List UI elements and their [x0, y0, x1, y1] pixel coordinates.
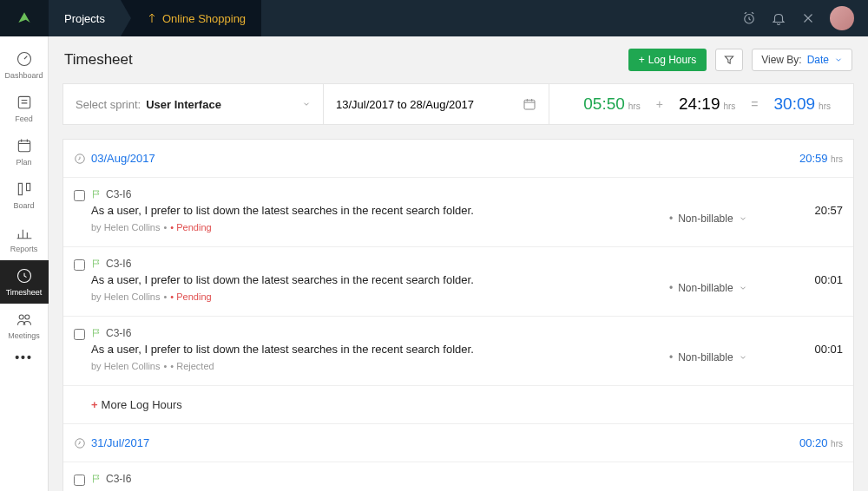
- entry-hours: 00:20: [791, 473, 843, 491]
- entry-checkbox-cell: [74, 473, 91, 491]
- billing-dropdown[interactable]: Non-billable: [669, 327, 791, 371]
- plus-operator: +: [651, 97, 668, 111]
- log-hours-button[interactable]: + Log Hours: [628, 49, 707, 71]
- entry-checkbox[interactable]: [74, 190, 85, 201]
- sprint-selector[interactable]: Select sprint: User Interface: [63, 84, 324, 124]
- viewby-value: Date: [807, 54, 829, 66]
- group-sum: 20:59 hrs: [799, 152, 843, 165]
- sidebar-item-label: Dashboard: [4, 71, 43, 80]
- meetings-icon: [16, 311, 33, 328]
- sprint-label: Select sprint:: [76, 98, 141, 111]
- date-range-selector[interactable]: 13/Jul/2017 to 28/Aug/2017: [324, 84, 549, 124]
- chevron-down-icon: [739, 284, 747, 292]
- topbar: Projects Online Shopping: [0, 0, 868, 36]
- other-time: 24:19 hrs: [668, 95, 746, 114]
- entry-checkbox-cell: [74, 188, 91, 232]
- item-id[interactable]: C3-I6: [106, 188, 131, 200]
- sidebar-item-label: Meetings: [8, 331, 40, 340]
- projects-tab[interactable]: Projects: [49, 0, 121, 36]
- svg-rect-2: [18, 96, 30, 108]
- project-icon: [147, 13, 157, 23]
- svg-rect-4: [18, 183, 22, 194]
- entry-checkbox-cell: [74, 258, 91, 302]
- sidebar-item-label: Timesheet: [6, 288, 43, 297]
- status-text: • Rejected: [170, 361, 214, 371]
- entry-hours: 00:01: [791, 327, 843, 371]
- time-value: 30:09: [774, 95, 816, 114]
- date-group-header[interactable]: 31/Jul/201700:20 hrs: [63, 424, 853, 462]
- board-icon: [16, 180, 33, 198]
- item-id[interactable]: C3-I6: [106, 473, 131, 485]
- sidebar-item-plan[interactable]: Plan: [0, 130, 49, 173]
- flag-icon: [91, 189, 102, 200]
- clock-icon: [74, 437, 86, 449]
- log-entry: C3-I6As a user, I prefer to list down th…: [63, 317, 853, 386]
- main-content: Timesheet + Log Hours View By: Date Sele…: [49, 36, 868, 491]
- bell-icon[interactable]: [771, 10, 786, 26]
- plus-icon: +: [639, 54, 645, 66]
- flag-icon: [91, 328, 102, 338]
- entry-checkbox[interactable]: [74, 259, 85, 271]
- logged-time: 05:50 hrs: [573, 95, 650, 114]
- hrs-label: hrs: [628, 101, 641, 111]
- svg-rect-5: [26, 183, 30, 190]
- sidebar-more[interactable]: •••: [15, 350, 33, 364]
- entry-hours: 20:57: [791, 188, 843, 232]
- avatar[interactable]: [830, 6, 854, 30]
- status-text: • Pending: [170, 222, 211, 232]
- item-desc: As a user, I prefer to list down the lat…: [91, 204, 669, 217]
- author-text: by Helen Collins: [91, 291, 160, 302]
- log-entry: C3-I6As a user, I prefer to list down th…: [63, 178, 853, 247]
- log-entry: C3-I6As a user, I prefer to list down th…: [63, 462, 853, 491]
- breadcrumb-project[interactable]: Online Shopping: [121, 0, 261, 36]
- entry-hours: 00:01: [791, 258, 843, 302]
- page-title: Timesheet: [64, 51, 133, 69]
- alarm-icon[interactable]: [741, 10, 757, 26]
- item-id[interactable]: C3-I6: [106, 327, 131, 339]
- timesheet-icon: [16, 267, 33, 285]
- group-date: 31/Jul/2017: [91, 436, 149, 449]
- item-id[interactable]: C3-I6: [106, 258, 131, 270]
- sidebar: Dashboard Feed Plan Board Reports Timesh…: [0, 36, 49, 491]
- filter-icon: [723, 54, 735, 66]
- filter-button[interactable]: [715, 49, 743, 71]
- sidebar-item-meetings[interactable]: Meetings: [0, 304, 49, 347]
- svg-rect-3: [18, 141, 30, 152]
- time-value: 05:50: [583, 95, 625, 114]
- date-range-value: 13/Jul/2017 to 28/Aug/2017: [336, 98, 474, 111]
- chevron-down-icon: [739, 214, 747, 223]
- sidebar-item-dashboard[interactable]: Dashboard: [0, 43, 49, 87]
- date-group-header[interactable]: 03/Aug/201720:59 hrs: [63, 140, 853, 178]
- sidebar-item-label: Reports: [10, 245, 38, 253]
- entry-checkbox[interactable]: [74, 329, 85, 340]
- time-value: 24:19: [679, 95, 720, 114]
- chevron-down-icon: [739, 353, 747, 362]
- flag-icon: [91, 474, 102, 484]
- view-by-dropdown[interactable]: View By: Date: [752, 49, 852, 71]
- group-date: 03/Aug/2017: [91, 152, 155, 165]
- reports-icon: [16, 224, 33, 241]
- clock-icon: [74, 153, 86, 165]
- billing-dropdown[interactable]: Non-billable: [669, 258, 791, 302]
- sidebar-item-board[interactable]: Board: [0, 173, 49, 217]
- flag-icon: [91, 259, 102, 269]
- group-sum: 00:20 hrs: [799, 436, 843, 449]
- sidebar-item-reports[interactable]: Reports: [0, 217, 49, 260]
- app-logo[interactable]: [0, 0, 49, 36]
- sidebar-item-feed[interactable]: Feed: [0, 87, 49, 130]
- item-desc: As a user, I prefer to list down the lat…: [91, 273, 669, 286]
- sidebar-item-timesheet[interactable]: Timesheet: [0, 260, 49, 304]
- sidebar-item-label: Board: [13, 201, 34, 210]
- more-log-hours[interactable]: +More Log Hours: [63, 386, 853, 424]
- viewby-label: View By:: [761, 54, 801, 66]
- entry-checkbox[interactable]: [74, 475, 85, 486]
- svg-point-8: [24, 315, 29, 319]
- button-label: Log Hours: [648, 54, 696, 66]
- tools-icon[interactable]: [800, 10, 816, 26]
- billing-dropdown[interactable]: Non-billable: [669, 188, 791, 232]
- billing-dropdown[interactable]: Non-billable: [669, 473, 791, 491]
- status-text: • Pending: [170, 291, 211, 302]
- hrs-label: hrs: [723, 101, 735, 111]
- page-header: Timesheet + Log Hours View By: Date: [49, 36, 868, 83]
- hrs-label: hrs: [819, 101, 831, 111]
